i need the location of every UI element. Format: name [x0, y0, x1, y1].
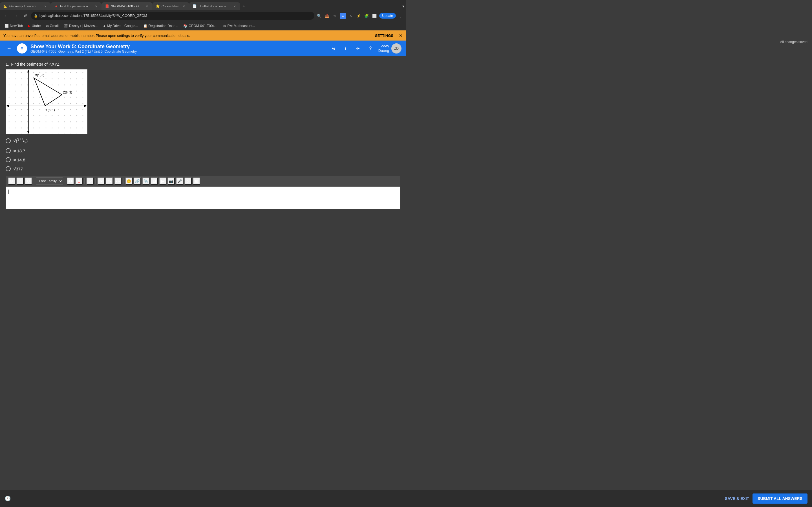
underline-button[interactable]: U	[25, 177, 32, 185]
forward-button[interactable]: →	[12, 12, 20, 20]
share-icon[interactable]: 📤	[324, 13, 330, 19]
share-button[interactable]: ✈	[354, 44, 363, 53]
table-button[interactable]: ⊞	[193, 177, 200, 185]
bookmark-utube[interactable]: ▶ Utube	[26, 23, 43, 29]
help-button[interactable]: ?	[366, 44, 375, 53]
bookmark-utube-label: Utube	[32, 24, 41, 28]
video-button[interactable]: ▶	[159, 177, 166, 185]
bookmark-regdash-label: Registration Dash...	[149, 24, 178, 28]
radio-a[interactable]	[6, 138, 11, 144]
align-button[interactable]: ≡▾	[97, 177, 105, 185]
tab-geo-close[interactable]: ✕	[43, 4, 47, 8]
text-color-button[interactable]: A	[75, 177, 83, 185]
bookmark-icon[interactable]: ☆	[332, 13, 338, 19]
bookmark-regdash[interactable]: 📋 Registration Dash...	[141, 23, 181, 29]
radio-options: √(377/2) ≈ 18.7 ≈ 14.8 √377	[6, 137, 400, 171]
print-button[interactable]: 🖨	[329, 44, 338, 53]
image-button[interactable]: 🖼	[151, 177, 158, 185]
editor-cursor	[8, 189, 9, 194]
app-title-block: Show Your Work 5: Coordinate Geometry GE…	[31, 44, 325, 54]
formula-button[interactable]: ∑	[185, 177, 192, 185]
address-bar[interactable]: 🔒 byuis.agilixbuzz.com/student/175185938…	[31, 12, 314, 20]
bookmark-mathnasium-icon: ✉	[223, 24, 226, 28]
graph-svg: // Will be done via SVG inline	[6, 69, 87, 134]
tab-geo-favicon: 📐	[3, 4, 8, 8]
user-avatar[interactable]: ZD	[391, 43, 402, 54]
mic-button[interactable]: 🎤	[176, 177, 183, 185]
extension-icon-2[interactable]: K	[348, 13, 354, 19]
option-d[interactable]: √377	[6, 166, 400, 171]
bookmark-gmail[interactable]: ✉ Gmail	[44, 23, 61, 29]
radio-c[interactable]	[6, 157, 11, 162]
camera-button[interactable]: 📷	[167, 177, 175, 185]
emoji-button[interactable]: 😊	[125, 177, 133, 185]
option-c[interactable]: ≈ 14.8	[6, 157, 400, 162]
notification-close-button[interactable]: ✕	[399, 33, 403, 38]
bookmark-gdrive-label: My Drive – Google...	[107, 24, 138, 28]
radio-b[interactable]	[6, 148, 11, 153]
notification-settings-link[interactable]: SETTINGS	[375, 34, 393, 38]
highlight-button[interactable]: 🖊	[86, 177, 94, 185]
label-x: X(1, 6)	[35, 73, 44, 77]
bookmark-disney-icon: 🎬	[64, 24, 68, 28]
tab-geom043[interactable]: 📕 GEOM-043-T005: Geometry, P... ✕	[101, 2, 152, 10]
profile-window-icon[interactable]: ⬜	[371, 13, 377, 19]
extension-icon-3[interactable]: ⚡	[356, 13, 362, 19]
update-button[interactable]: Update	[379, 13, 396, 18]
unordered-list-button[interactable]: • ▾	[114, 177, 121, 185]
info-button[interactable]: ℹ	[341, 44, 350, 53]
bookmark-gdrive[interactable]: ▲ My Drive – Google...	[100, 23, 140, 29]
new-tab-button[interactable]: +	[240, 2, 248, 10]
bookmark-mathnasium[interactable]: ✉ Fw: Mathnasium...	[221, 23, 257, 29]
app-header: ← ≡ Show Your Work 5: Coordinate Geometr…	[0, 41, 406, 56]
tab-coursehero[interactable]: ⭐ Course Hero ✕	[152, 2, 189, 10]
tab-geo-label: Geometry Theorem BYU – Geo...	[9, 4, 41, 8]
option-a[interactable]: √(377/2)	[6, 137, 400, 144]
link-button[interactable]: 🔗	[134, 177, 141, 185]
address-bar-row: ← → ↺ 🔒 byuis.agilixbuzz.com/student/175…	[0, 10, 406, 21]
separator-4	[95, 178, 96, 184]
question-number: 1. Find the perimeter of △XYZ.	[6, 62, 400, 66]
ordered-list-button[interactable]: ≡▾	[106, 177, 113, 185]
radio-d[interactable]	[6, 166, 11, 171]
bookmark-newtab[interactable]: ⬜ New Tab	[2, 23, 25, 29]
tab-geom043-close[interactable]: ✕	[145, 4, 149, 8]
tab-geo[interactable]: 📐 Geometry Theorem BYU – Geo... ✕	[0, 2, 51, 10]
tab-perimeter[interactable]: 🔺 Find the perimeter of triangle... ✕	[51, 2, 101, 10]
back-button[interactable]: ←	[2, 12, 10, 20]
separator-3	[84, 178, 85, 184]
bookmarks-bar: ⬜ New Tab ▶ Utube ✉ Gmail 🎬 Disney+ | Mo…	[0, 21, 406, 31]
font-size-button[interactable]: AA	[67, 177, 74, 185]
bookmark-disney-label: Disney+ | Movies...	[69, 24, 98, 28]
bookmark-utube-icon: ▶	[28, 24, 31, 28]
app-icon-symbol: ≡	[20, 46, 23, 51]
bookmark-geom041-label: GEOM-041-T004:...	[189, 24, 218, 28]
font-family-select[interactable]: Font Family	[36, 177, 63, 185]
reload-button[interactable]: ↺	[21, 12, 29, 20]
bookmark-geom041[interactable]: 📚 GEOM-041-T004:...	[181, 23, 220, 29]
extension-icon-1[interactable]: G	[340, 13, 346, 19]
label-z: Z(6, 3)	[63, 91, 72, 94]
bold-button[interactable]: B	[8, 177, 15, 185]
search-icon[interactable]: 🔍	[316, 13, 322, 19]
italic-button[interactable]: I	[16, 177, 24, 185]
attachment-button[interactable]: 📎	[142, 177, 149, 185]
question-1: 1. Find the perimeter of △XYZ. // Will b…	[6, 62, 400, 171]
extensions-icon[interactable]: 🧩	[363, 13, 370, 19]
tab-gdoc[interactable]: 📄 Untitled document – Google D... ✕	[189, 2, 240, 10]
tab-coursehero-close[interactable]: ✕	[182, 4, 186, 8]
app-back-button[interactable]: ←	[4, 44, 13, 53]
user-name: Zoey	[378, 44, 389, 48]
bookmark-gmail-label: Gmail	[50, 24, 59, 28]
tab-coursehero-label: Course Hero	[161, 4, 179, 8]
option-b[interactable]: ≈ 18.7	[6, 148, 400, 153]
tab-gdoc-close[interactable]: ✕	[233, 4, 237, 8]
bookmark-gmail-icon: ✉	[46, 24, 49, 28]
editor-content[interactable]	[6, 187, 400, 209]
bookmark-disney[interactable]: 🎬 Disney+ | Movies...	[61, 23, 100, 29]
lock-icon: 🔒	[34, 14, 38, 18]
tab-perimeter-close[interactable]: ✕	[94, 4, 98, 8]
tab-list-chevron[interactable]: ▾	[400, 2, 406, 10]
bookmark-gdrive-icon: ▲	[103, 24, 106, 28]
menu-icon[interactable]: ⋮	[398, 13, 404, 19]
